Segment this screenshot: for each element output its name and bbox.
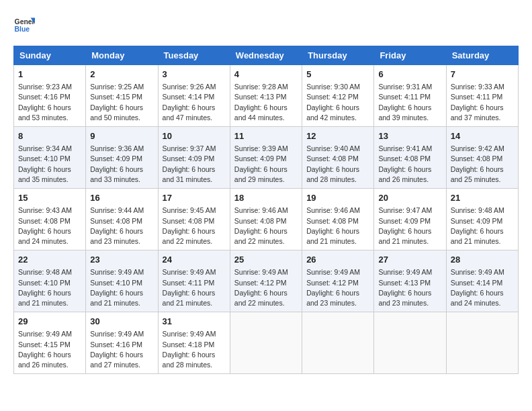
calendar-cell: 23Sunrise: 9:49 AMSunset: 4:10 PMDayligh… <box>86 250 158 312</box>
calendar-cell: 7Sunrise: 9:33 AMSunset: 4:11 PMDaylight… <box>446 65 518 127</box>
day-number: 26 <box>306 254 369 266</box>
day-info: Sunrise: 9:41 AMSunset: 4:08 PMDaylight:… <box>378 144 441 185</box>
day-number: 18 <box>234 192 298 204</box>
day-info: Sunrise: 9:23 AMSunset: 4:16 PMDaylight:… <box>18 82 81 123</box>
day-number: 13 <box>378 130 441 142</box>
calendar-cell: 3Sunrise: 9:26 AMSunset: 4:14 PMDaylight… <box>158 65 230 127</box>
calendar-cell: 20Sunrise: 9:47 AMSunset: 4:09 PMDayligh… <box>374 189 446 250</box>
calendar-cell <box>374 312 446 374</box>
calendar-cell: 30Sunrise: 9:49 AMSunset: 4:16 PMDayligh… <box>86 312 158 374</box>
day-number: 24 <box>163 254 226 266</box>
day-info: Sunrise: 9:49 AMSunset: 4:14 PMDaylight:… <box>451 267 514 308</box>
day-info: Sunrise: 9:49 AMSunset: 4:15 PMDaylight:… <box>18 329 81 370</box>
day-number: 4 <box>234 68 298 81</box>
day-number: 29 <box>18 316 81 328</box>
day-number: 28 <box>451 254 514 266</box>
day-info: Sunrise: 9:45 AMSunset: 4:08 PMDaylight:… <box>163 205 226 246</box>
day-number: 10 <box>163 130 226 142</box>
day-number: 2 <box>90 68 153 81</box>
day-number: 19 <box>306 192 369 204</box>
day-number: 23 <box>90 254 153 266</box>
day-number: 14 <box>451 130 514 142</box>
calendar-cell: 9Sunrise: 9:36 AMSunset: 4:09 PMDaylight… <box>86 127 158 189</box>
calendar-cell: 13Sunrise: 9:41 AMSunset: 4:08 PMDayligh… <box>374 127 446 189</box>
calendar-week-row: 22Sunrise: 9:48 AMSunset: 4:10 PMDayligh… <box>14 250 519 312</box>
calendar-cell: 12Sunrise: 9:40 AMSunset: 4:08 PMDayligh… <box>302 127 374 189</box>
day-number: 5 <box>306 68 369 81</box>
calendar-cell <box>230 312 302 374</box>
calendar-week-row: 29Sunrise: 9:49 AMSunset: 4:15 PMDayligh… <box>14 312 519 374</box>
calendar-cell: 21Sunrise: 9:48 AMSunset: 4:09 PMDayligh… <box>446 189 518 250</box>
day-number: 31 <box>163 316 226 328</box>
day-number: 16 <box>90 192 153 204</box>
page-header: General Blue <box>13 13 519 35</box>
col-header-wednesday: Wednesday <box>230 46 302 65</box>
day-info: Sunrise: 9:25 AMSunset: 4:15 PMDaylight:… <box>90 82 153 123</box>
day-info: Sunrise: 9:49 AMSunset: 4:11 PMDaylight:… <box>163 267 226 308</box>
day-info: Sunrise: 9:36 AMSunset: 4:09 PMDaylight:… <box>90 144 153 185</box>
day-info: Sunrise: 9:39 AMSunset: 4:09 PMDaylight:… <box>234 144 298 185</box>
day-info: Sunrise: 9:44 AMSunset: 4:08 PMDaylight:… <box>90 205 153 246</box>
calendar-cell: 27Sunrise: 9:49 AMSunset: 4:13 PMDayligh… <box>374 250 446 312</box>
day-info: Sunrise: 9:34 AMSunset: 4:10 PMDaylight:… <box>18 144 81 185</box>
calendar-cell: 22Sunrise: 9:48 AMSunset: 4:10 PMDayligh… <box>14 250 86 312</box>
col-header-friday: Friday <box>374 46 446 65</box>
day-number: 3 <box>163 68 226 81</box>
day-info: Sunrise: 9:48 AMSunset: 4:09 PMDaylight:… <box>451 205 514 246</box>
calendar-cell: 10Sunrise: 9:37 AMSunset: 4:09 PMDayligh… <box>158 127 230 189</box>
calendar-cell: 1Sunrise: 9:23 AMSunset: 4:16 PMDaylight… <box>14 65 86 127</box>
day-info: Sunrise: 9:43 AMSunset: 4:08 PMDaylight:… <box>18 205 81 246</box>
col-header-thursday: Thursday <box>302 46 374 65</box>
calendar-cell: 25Sunrise: 9:49 AMSunset: 4:12 PMDayligh… <box>230 250 302 312</box>
day-info: Sunrise: 9:42 AMSunset: 4:08 PMDaylight:… <box>451 144 514 185</box>
day-number: 25 <box>234 254 298 266</box>
day-info: Sunrise: 9:26 AMSunset: 4:14 PMDaylight:… <box>163 82 226 123</box>
calendar-cell: 16Sunrise: 9:44 AMSunset: 4:08 PMDayligh… <box>86 189 158 250</box>
calendar-week-row: 15Sunrise: 9:43 AMSunset: 4:08 PMDayligh… <box>14 189 519 250</box>
calendar-cell: 15Sunrise: 9:43 AMSunset: 4:08 PMDayligh… <box>14 189 86 250</box>
day-info: Sunrise: 9:49 AMSunset: 4:13 PMDaylight:… <box>378 267 441 308</box>
day-info: Sunrise: 9:49 AMSunset: 4:12 PMDaylight:… <box>234 267 298 308</box>
day-number: 27 <box>378 254 441 266</box>
day-number: 12 <box>306 130 369 142</box>
logo: General Blue <box>13 13 35 35</box>
calendar-cell: 19Sunrise: 9:46 AMSunset: 4:08 PMDayligh… <box>302 189 374 250</box>
calendar-table: SundayMondayTuesdayWednesdayThursdayFrid… <box>13 46 519 374</box>
calendar-cell: 26Sunrise: 9:49 AMSunset: 4:12 PMDayligh… <box>302 250 374 312</box>
day-number: 6 <box>378 68 441 81</box>
calendar-cell: 14Sunrise: 9:42 AMSunset: 4:08 PMDayligh… <box>446 127 518 189</box>
day-info: Sunrise: 9:49 AMSunset: 4:12 PMDaylight:… <box>306 267 369 308</box>
day-info: Sunrise: 9:31 AMSunset: 4:11 PMDaylight:… <box>378 82 441 123</box>
calendar-cell: 6Sunrise: 9:31 AMSunset: 4:11 PMDaylight… <box>374 65 446 127</box>
calendar-week-row: 1Sunrise: 9:23 AMSunset: 4:16 PMDaylight… <box>14 65 519 127</box>
logo-icon: General Blue <box>13 13 35 35</box>
col-header-saturday: Saturday <box>446 46 518 65</box>
calendar-cell <box>302 312 374 374</box>
day-info: Sunrise: 9:49 AMSunset: 4:18 PMDaylight:… <box>163 329 226 370</box>
day-number: 21 <box>451 192 514 204</box>
day-number: 15 <box>18 192 81 204</box>
calendar-cell: 8Sunrise: 9:34 AMSunset: 4:10 PMDaylight… <box>14 127 86 189</box>
day-info: Sunrise: 9:40 AMSunset: 4:08 PMDaylight:… <box>306 144 369 185</box>
calendar-cell: 28Sunrise: 9:49 AMSunset: 4:14 PMDayligh… <box>446 250 518 312</box>
day-number: 20 <box>378 192 441 204</box>
day-info: Sunrise: 9:47 AMSunset: 4:09 PMDaylight:… <box>378 205 441 246</box>
day-number: 17 <box>163 192 226 204</box>
col-header-sunday: Sunday <box>14 46 86 65</box>
day-number: 9 <box>90 130 153 142</box>
calendar-cell: 4Sunrise: 9:28 AMSunset: 4:13 PMDaylight… <box>230 65 302 127</box>
day-info: Sunrise: 9:49 AMSunset: 4:10 PMDaylight:… <box>90 267 153 308</box>
calendar-cell <box>446 312 518 374</box>
calendar-cell: 31Sunrise: 9:49 AMSunset: 4:18 PMDayligh… <box>158 312 230 374</box>
svg-text:Blue: Blue <box>15 26 30 33</box>
day-info: Sunrise: 9:49 AMSunset: 4:16 PMDaylight:… <box>90 329 153 370</box>
calendar-cell: 29Sunrise: 9:49 AMSunset: 4:15 PMDayligh… <box>14 312 86 374</box>
day-number: 7 <box>451 68 514 81</box>
day-info: Sunrise: 9:28 AMSunset: 4:13 PMDaylight:… <box>234 82 298 123</box>
calendar-header-row: SundayMondayTuesdayWednesdayThursdayFrid… <box>14 46 519 65</box>
day-number: 30 <box>90 316 153 328</box>
calendar-cell: 18Sunrise: 9:46 AMSunset: 4:08 PMDayligh… <box>230 189 302 250</box>
col-header-tuesday: Tuesday <box>158 46 230 65</box>
calendar-cell: 11Sunrise: 9:39 AMSunset: 4:09 PMDayligh… <box>230 127 302 189</box>
day-info: Sunrise: 9:48 AMSunset: 4:10 PMDaylight:… <box>18 267 81 308</box>
